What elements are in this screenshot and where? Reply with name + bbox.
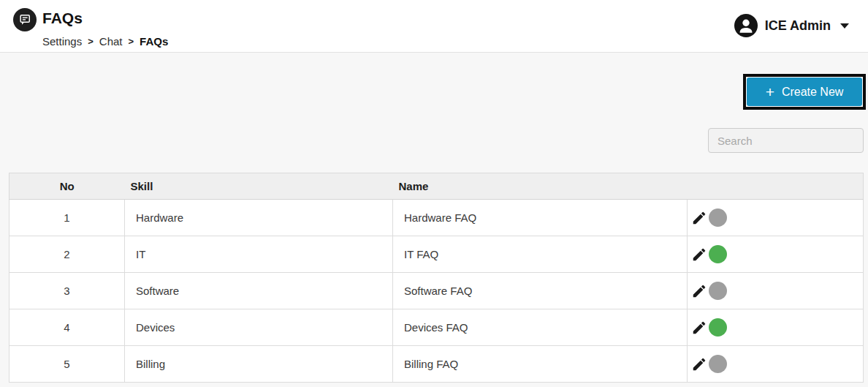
page-title: FAQs (42, 10, 83, 27)
breadcrumb-settings[interactable]: Settings (42, 35, 82, 48)
status-toggle[interactable] (709, 208, 727, 227)
table-row: 5 Billing Billing FAQ (9, 346, 864, 383)
table-row: 1 Hardware Hardware FAQ (9, 200, 864, 236)
cell-name: Software FAQ (393, 273, 688, 309)
cell-no: 2 (9, 236, 125, 273)
account-circle-icon (734, 14, 758, 37)
user-menu[interactable]: ICE Admin (734, 13, 849, 38)
table-body: 1 Hardware Hardware FAQ 2 IT IT FAQ (9, 200, 864, 383)
cell-name: Devices FAQ (393, 309, 688, 346)
chevron-right-icon: > (128, 36, 134, 47)
edit-pencil-icon[interactable] (691, 320, 707, 336)
chevron-right-icon: > (88, 36, 94, 47)
edit-pencil-icon[interactable] (691, 210, 707, 226)
status-toggle[interactable] (709, 245, 727, 263)
top-header: FAQs Settings > Chat > FAQs ICE Admin (0, 0, 868, 53)
breadcrumb-faqs-current: FAQs (140, 35, 168, 48)
column-header-skill: Skill (125, 173, 393, 200)
column-header-actions (688, 173, 864, 200)
table-row: 4 Devices Devices FAQ (9, 309, 864, 346)
edit-pencil-icon[interactable] (691, 283, 707, 299)
cell-no: 5 (9, 346, 125, 383)
edit-pencil-icon[interactable] (691, 356, 707, 372)
search-input[interactable] (708, 128, 864, 153)
status-toggle[interactable] (709, 282, 727, 300)
table-row: 2 IT IT FAQ (9, 236, 864, 273)
edit-pencil-icon[interactable] (691, 247, 707, 263)
cell-no: 4 (9, 309, 125, 346)
breadcrumb: Settings > Chat > FAQs (42, 35, 168, 48)
cell-name: IT FAQ (393, 236, 688, 273)
create-new-button[interactable]: + Create New (747, 78, 862, 106)
status-toggle[interactable] (709, 318, 727, 337)
cell-actions (688, 309, 864, 346)
cell-actions (688, 346, 864, 383)
create-new-focus-ring: + Create New (743, 74, 866, 110)
cell-skill: Devices (125, 309, 393, 346)
create-new-label: Create New (782, 86, 843, 99)
user-name: ICE Admin (765, 18, 831, 34)
cell-actions (688, 200, 864, 236)
table-row: 3 Software Software FAQ (9, 273, 864, 309)
cell-name: Billing FAQ (393, 346, 688, 383)
column-header-name: Name (393, 173, 688, 200)
cell-no: 3 (9, 273, 125, 309)
cell-skill: Software (125, 273, 393, 309)
column-header-no: No (9, 173, 125, 200)
table-header-row: No Skill Name (9, 173, 864, 200)
breadcrumb-chat[interactable]: Chat (99, 35, 123, 48)
cell-actions (688, 273, 864, 309)
faq-chat-icon (13, 8, 37, 31)
cell-no: 1 (9, 200, 125, 236)
cell-skill: IT (125, 236, 393, 273)
cell-skill: Hardware (125, 200, 393, 236)
status-toggle[interactable] (709, 355, 727, 373)
cell-actions (688, 236, 864, 273)
caret-down-icon (840, 23, 849, 29)
faq-table: No Skill Name 1 Hardware Hardware FAQ 2 … (9, 173, 864, 383)
cell-name: Hardware FAQ (393, 200, 688, 236)
plus-icon: + (766, 84, 774, 99)
cell-skill: Billing (125, 346, 393, 383)
